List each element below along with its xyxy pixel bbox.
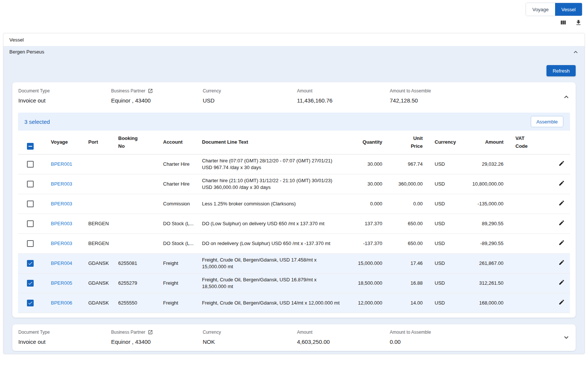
voyage-link[interactable]: BPER004 <box>51 260 72 266</box>
unit-price-cell: 0.00 <box>382 201 423 207</box>
unit-price-cell: 16.88 <box>382 280 423 287</box>
amount-to-assemble-label: Amount to Assemble <box>390 330 570 335</box>
quantity-cell: 30.000 <box>345 161 382 168</box>
refresh-button[interactable]: Refresh <box>546 65 576 76</box>
voyage-link[interactable]: BPER003 <box>51 221 72 226</box>
amount-cell: 168,000.00 <box>468 300 503 306</box>
table-row: BPER001 Charter Hire Charter hire (07:07… <box>18 155 570 174</box>
currency-label: Currency <box>203 330 297 335</box>
external-link-icon[interactable] <box>148 330 153 335</box>
voyage-link[interactable]: BPER005 <box>51 280 72 286</box>
account-cell: Charter Hire <box>163 161 202 168</box>
quantity-cell: -137.370 <box>345 241 382 247</box>
port-cell: GDANSK <box>88 300 118 306</box>
document-type-label: Document Type <box>18 88 111 94</box>
voyage-link[interactable]: BPER006 <box>51 300 72 306</box>
document-line-text-cell: DO (Low Sulphur) on delivery USD 650 /mt… <box>202 220 345 227</box>
assemble-button[interactable]: Assemble <box>531 116 563 127</box>
edit-icon[interactable] <box>558 299 565 305</box>
port-cell: BERGEN <box>88 241 118 247</box>
vessel-accordion-header[interactable]: Bergen Perseus <box>3 46 585 58</box>
row-checkbox[interactable] <box>27 181 34 187</box>
account-cell: Freight <box>163 260 202 267</box>
table-row: BPER005 GDANSK 6255279 Freight Freight, … <box>18 273 570 293</box>
edit-icon[interactable] <box>558 239 565 246</box>
row-checkbox[interactable] <box>27 260 34 267</box>
row-checkbox[interactable] <box>27 220 34 227</box>
document-line-text-cell: Charter hire (21:10 (GMT) 31/12/22 - 21:… <box>202 177 345 190</box>
amount-label: Amount <box>297 330 390 335</box>
edit-icon[interactable] <box>558 180 565 186</box>
chevron-up-icon[interactable] <box>572 48 579 56</box>
row-checkbox[interactable] <box>27 161 34 168</box>
row-checkbox[interactable] <box>27 300 34 306</box>
vessel-toggle-button[interactable]: Vessel <box>555 3 582 16</box>
currency-cell: USD <box>423 181 468 187</box>
port-cell: GDANSK <box>88 280 118 287</box>
edit-cell <box>541 220 570 228</box>
unit-price-cell: 360,000.00 <box>382 181 423 187</box>
row-checkbox-cell <box>18 260 51 267</box>
amount-cell: 29,032.26 <box>468 161 503 168</box>
account-cell: Charter Hire <box>163 181 202 187</box>
row-checkbox[interactable] <box>27 240 34 247</box>
collapse-chevron-up-icon[interactable] <box>562 93 570 101</box>
panel-title: Vessel <box>3 33 585 46</box>
select-all-checkbox[interactable] <box>27 143 34 150</box>
col-header-voyage: Voyage <box>51 138 88 146</box>
col-header-amount: Amount <box>468 138 503 146</box>
currency-cell: USD <box>423 161 468 168</box>
col-header-document-line-text: Document Line Text <box>202 138 345 146</box>
unit-price-cell: 650.00 <box>382 241 423 247</box>
document-line-text-cell: Charter hire (07:07 (GMT) 28/12/20 - 07:… <box>202 158 345 171</box>
amount-field: Amount 11,436,160.76 <box>297 88 390 104</box>
account-cell: Freight <box>163 280 202 287</box>
voyage-cell: BPER003 <box>51 221 88 227</box>
document-card-nok: Document Type Invoice out Business Partn… <box>12 324 576 351</box>
voyage-link[interactable]: BPER001 <box>51 161 72 167</box>
edit-icon[interactable] <box>558 200 565 206</box>
edit-icon[interactable] <box>558 160 565 166</box>
row-checkbox[interactable] <box>27 201 34 207</box>
document-card-usd: Document Type Invoice out Business Partn… <box>12 82 576 318</box>
amount-cell: 10,800,000.00 <box>468 181 503 187</box>
voyage-link[interactable]: BPER003 <box>51 201 72 207</box>
currency-field: Currency NOK <box>203 330 297 345</box>
amount-cell: 89,290.55 <box>468 221 503 227</box>
amount-to-assemble-value: 742,128.50 <box>390 97 570 104</box>
document-line-text-cell: Freight, Crude Oil, Bergen/Gdansk, USD 1… <box>202 276 345 290</box>
document-type-field: Document Type Invoice out <box>18 88 111 104</box>
edit-icon[interactable] <box>558 279 565 285</box>
table-row: BPER003 Commission Less 1.25% broker com… <box>18 194 570 214</box>
columns-icon[interactable] <box>560 19 567 26</box>
col-header-booking-no: Booking No <box>118 135 163 150</box>
voyage-link[interactable]: BPER003 <box>51 181 72 187</box>
voyage-toggle-button[interactable]: Voyage <box>526 3 555 16</box>
expand-chevron-down-icon[interactable] <box>562 333 570 342</box>
vessel-name: Bergen Perseus <box>9 49 44 55</box>
selected-count: 3 selected <box>24 119 50 125</box>
row-checkbox-cell <box>18 220 51 227</box>
row-checkbox[interactable] <box>27 280 34 287</box>
port-cell: BERGEN <box>88 221 118 227</box>
download-icon[interactable] <box>575 19 582 26</box>
document-type-value: Invoice out <box>18 339 111 345</box>
edit-icon[interactable] <box>558 259 565 266</box>
voyage-cell: BPER003 <box>51 181 88 187</box>
refresh-row: Refresh <box>3 58 585 76</box>
amount-cell: 312,261.50 <box>468 280 503 287</box>
document-line-text-cell: Freight, Crude Oil, Bergen/Gdansk, USD 1… <box>202 300 345 306</box>
external-link-icon[interactable] <box>148 88 153 94</box>
currency-field: Currency USD <box>203 88 297 104</box>
voyage-cell: BPER005 <box>51 280 88 287</box>
account-cell: DO Stock (L... <box>163 221 202 227</box>
voyage-link[interactable]: BPER003 <box>51 241 72 246</box>
edit-icon[interactable] <box>558 220 565 226</box>
account-cell: DO Stock (L... <box>163 241 202 247</box>
currency-value: USD <box>203 97 297 104</box>
amount-cell: -135,000.00 <box>468 201 503 207</box>
currency-cell: USD <box>423 260 468 267</box>
col-header-currency: Currency <box>423 138 468 146</box>
document-type-label: Document Type <box>18 330 111 335</box>
business-partner-value: Equinor , 43400 <box>111 97 203 104</box>
